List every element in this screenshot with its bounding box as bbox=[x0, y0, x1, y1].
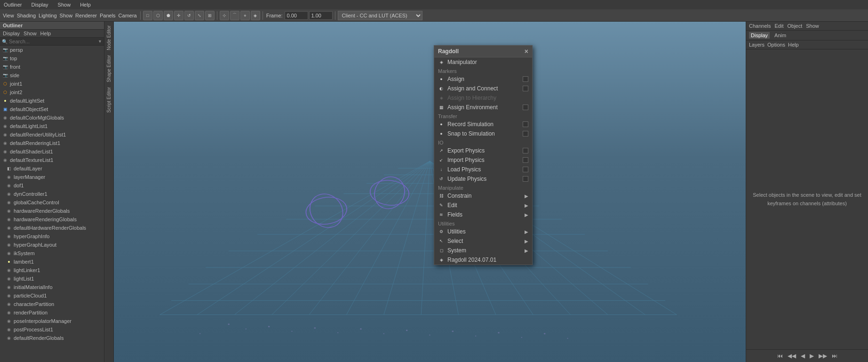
tab-anim[interactable]: Anim bbox=[772, 32, 788, 39]
outliner-item[interactable]: ◉lightLinker1 bbox=[0, 266, 104, 274]
outliner-item[interactable]: ◉defaultShaderList1 bbox=[0, 147, 104, 156]
menu-item-snap-to-simulation[interactable]: ●Snap to Simulation bbox=[434, 129, 532, 138]
tab-display[interactable]: Display bbox=[749, 32, 770, 39]
outliner-item[interactable]: ◉layerManager bbox=[0, 173, 104, 181]
outliner-menu-help[interactable]: Help bbox=[40, 31, 51, 36]
menu-camera[interactable]: Camera bbox=[118, 13, 138, 18]
menu-checkbox-0[interactable] bbox=[523, 121, 528, 127]
menu-checkbox-1[interactable] bbox=[523, 86, 528, 91]
toolbar-transform-btn[interactable]: ⊞ bbox=[205, 11, 215, 20]
outliner-item[interactable]: ◉lightList1 bbox=[0, 274, 104, 283]
menu-display[interactable]: Display bbox=[30, 2, 50, 8]
menu-renderer[interactable]: Renderer bbox=[74, 13, 98, 18]
menu-item-load-physics[interactable]: ↓Load Physics bbox=[434, 165, 532, 174]
right-menu-channels[interactable]: Channels bbox=[749, 23, 771, 29]
menu-item-ragdoll-2024.07.01[interactable]: ◈Ragdoll 2024.07.01 bbox=[434, 255, 532, 265]
right-menu-object[interactable]: Object bbox=[787, 23, 802, 29]
outliner-item[interactable]: ◉characterPartition bbox=[0, 300, 104, 308]
outliner-item[interactable]: ◉hardwareRenderingGlobals bbox=[0, 215, 104, 224]
outliner-item[interactable]: ●defaultLightSet bbox=[0, 97, 104, 105]
toolbar-snap-grid-btn[interactable]: ⊹ bbox=[220, 11, 229, 20]
menu-item-assign-environment[interactable]: ▦Assign Environment bbox=[434, 103, 532, 112]
outliner-item[interactable]: ◉dof1 bbox=[0, 181, 104, 190]
outliner-item[interactable]: ◉poseInterpolatorManager bbox=[0, 317, 104, 325]
toolbar-paint-btn[interactable]: ⬟ bbox=[164, 11, 173, 20]
subtab-layers[interactable]: Layers bbox=[749, 42, 764, 48]
menu-panels[interactable]: Panels bbox=[99, 13, 117, 18]
ragdoll-close-button[interactable]: × bbox=[525, 48, 528, 55]
right-menu-edit[interactable]: Edit bbox=[774, 23, 783, 29]
menu-checkbox-1[interactable] bbox=[523, 131, 528, 137]
outliner-item[interactable]: 📷front bbox=[0, 63, 104, 71]
side-tab-node-editor[interactable]: Node Editor bbox=[105, 24, 112, 52]
toolbar-select-btn[interactable]: □ bbox=[143, 11, 152, 20]
outliner-item[interactable]: ▣defaultObjectSet bbox=[0, 105, 104, 113]
outliner-item[interactable]: 📷top bbox=[0, 54, 104, 63]
menu-checkbox-1[interactable] bbox=[523, 157, 528, 163]
menu-item-update-physics[interactable]: ↺Update Physics bbox=[434, 174, 532, 184]
menu-item-select[interactable]: ↖Select▶ bbox=[434, 236, 532, 246]
outliner-item[interactable]: ◉hyperGraphInfo bbox=[0, 232, 104, 241]
outliner-item[interactable]: ◉postProcessList1 bbox=[0, 325, 104, 334]
toolbar-scale-btn[interactable]: ⤡ bbox=[195, 11, 204, 20]
viewport[interactable]: Ragdoll × ◈ManipulatorMarkers●Assign◐Ass… bbox=[114, 22, 746, 362]
toolbar-snap-point-btn[interactable]: ⋄ bbox=[240, 11, 250, 20]
menu-checkbox-3[interactable] bbox=[523, 176, 528, 182]
menu-checkbox-3[interactable] bbox=[523, 105, 528, 110]
outliner-item[interactable]: ◉particleCloud1 bbox=[0, 291, 104, 300]
outliner-item[interactable]: ◉defaultHardwareRenderGlobals bbox=[0, 224, 104, 232]
menu-item-assign[interactable]: ●Assign bbox=[434, 74, 532, 84]
toolbar-snap-surface-btn[interactable]: ◈ bbox=[251, 11, 260, 20]
tl-goto-start-btn[interactable]: ⏮ bbox=[776, 352, 784, 360]
right-menu-show[interactable]: Show bbox=[806, 23, 819, 29]
outliner-item[interactable]: 📷persp bbox=[0, 46, 104, 54]
outliner-item[interactable]: ⬡joint2 bbox=[0, 88, 104, 97]
outliner-item[interactable]: ◉dynController1 bbox=[0, 190, 104, 198]
side-tab-script-editor[interactable]: Script Editor bbox=[105, 85, 112, 114]
frame-input[interactable] bbox=[285, 11, 308, 20]
outliner-item[interactable]: ◉renderPartition bbox=[0, 308, 104, 317]
step-input[interactable] bbox=[309, 11, 333, 20]
menu-lighting[interactable]: Lighting bbox=[38, 13, 58, 18]
outliner-item[interactable]: ◉globalCacheControl bbox=[0, 198, 104, 207]
outliner-item[interactable]: 📷side bbox=[0, 71, 104, 80]
outliner-item[interactable]: ◉defaultRenderUtilityList1 bbox=[0, 130, 104, 139]
menu-shading[interactable]: Shading bbox=[16, 13, 37, 18]
tl-goto-end-btn[interactable]: ⏭ bbox=[830, 352, 839, 360]
outliner-item[interactable]: ◉defaultRenderingList1 bbox=[0, 139, 104, 147]
menu-item-constrain[interactable]: ⛓Constrain▶ bbox=[434, 191, 532, 201]
menu-item-utilities[interactable]: ⚙Utilities▶ bbox=[434, 227, 532, 236]
tl-step-back-btn[interactable]: ◀ bbox=[799, 352, 806, 360]
outliner-menu-show[interactable]: Show bbox=[24, 31, 37, 36]
menu-checkbox-0[interactable] bbox=[523, 76, 528, 82]
outliner-item[interactable]: ◉defaultRenderGlobals bbox=[0, 334, 104, 342]
menu-item-assign-and-connect[interactable]: ◐Assign and Connect bbox=[434, 84, 532, 93]
menu-item-record-simulation[interactable]: ●Record Simulation bbox=[434, 120, 532, 129]
menu-show-vp[interactable]: Show bbox=[59, 13, 74, 18]
subtab-help[interactable]: Help bbox=[788, 42, 799, 48]
toolbar-rotate-btn[interactable]: ↺ bbox=[184, 11, 194, 20]
menu-view[interactable]: View bbox=[2, 13, 15, 18]
menu-item-edit[interactable]: ✎Edit▶ bbox=[434, 201, 532, 210]
menu-help[interactable]: Help bbox=[78, 2, 93, 8]
search-input[interactable] bbox=[9, 39, 98, 44]
side-tab-shape-editor[interactable]: Shape Editor bbox=[105, 53, 112, 84]
menu-checkbox-2[interactable] bbox=[523, 167, 528, 172]
menu-item-export-physics[interactable]: ↗Export Physics bbox=[434, 146, 532, 155]
outliner-item[interactable]: ◉defaultColorMgtGlobals bbox=[0, 113, 104, 122]
renderer-dropdown[interactable]: Client - CC and LUT (ACES) bbox=[338, 11, 422, 20]
outliner-item[interactable]: ●lambert1 bbox=[0, 257, 104, 266]
subtab-options[interactable]: Options bbox=[767, 42, 785, 48]
toolbar-move-btn[interactable]: ✛ bbox=[174, 11, 183, 20]
menu-checkbox-0[interactable] bbox=[523, 148, 528, 153]
outliner-item[interactable]: ◉hardwareRenderGlobals bbox=[0, 207, 104, 215]
outliner-item[interactable]: ◉initialMaterialInfo bbox=[0, 283, 104, 291]
toolbar-lasso-btn[interactable]: ⬡ bbox=[153, 11, 163, 20]
outliner-item[interactable]: ⬡joint1 bbox=[0, 80, 104, 88]
outliner-item[interactable]: ◉defaultTextureList1 bbox=[0, 156, 104, 164]
menu-item-system[interactable]: ◻System▶ bbox=[434, 246, 532, 255]
tl-next-frame-btn[interactable]: ▶▶ bbox=[817, 352, 828, 360]
tl-prev-frame-btn[interactable]: ◀◀ bbox=[786, 352, 797, 360]
outliner-item[interactable]: ◉defaultLightList1 bbox=[0, 122, 104, 130]
search-bar[interactable]: 🔍 ▼ bbox=[0, 38, 104, 46]
